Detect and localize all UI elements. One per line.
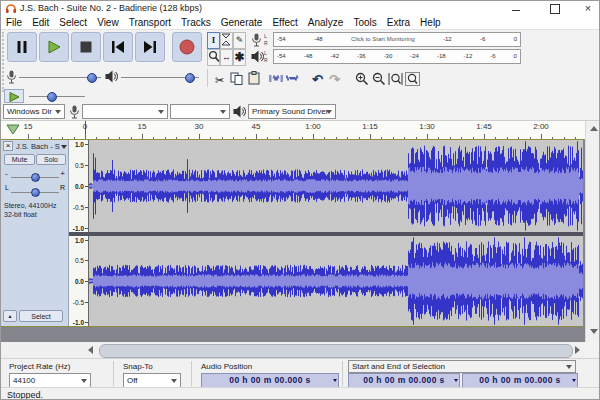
slider-thumb[interactable] bbox=[185, 73, 195, 83]
track-menu-arrow-icon[interactable] bbox=[61, 145, 67, 149]
multi-tool-button[interactable]: ✱ bbox=[233, 49, 246, 66]
vruler-label: -0.5 bbox=[73, 299, 84, 306]
snap-to-select[interactable]: Off bbox=[123, 373, 181, 388]
menu-file[interactable]: File bbox=[1, 16, 27, 29]
scroll-down-icon[interactable] bbox=[590, 329, 598, 334]
playback-volume-slider[interactable] bbox=[121, 70, 199, 84]
vruler-label: -0.5 bbox=[73, 204, 84, 211]
ruler-minor-tick bbox=[256, 137, 257, 139]
menu-help[interactable]: Help bbox=[415, 16, 446, 29]
mute-button[interactable]: Mute bbox=[4, 154, 35, 165]
pan-slider[interactable]: L R bbox=[5, 184, 65, 197]
redo-button[interactable]: ↷ bbox=[326, 70, 343, 87]
menu-tools[interactable]: Tools bbox=[348, 16, 381, 29]
envelope-tool-button[interactable] bbox=[220, 32, 233, 49]
vruler-tick bbox=[85, 302, 88, 303]
close-icon: × bbox=[585, 2, 591, 14]
zoom-tool-button[interactable] bbox=[207, 49, 220, 66]
timeline-ruler[interactable]: 1501530451:001:151:301:452:002:15 bbox=[1, 121, 600, 140]
record-button[interactable] bbox=[172, 32, 202, 62]
ruler-minor-tick bbox=[393, 137, 394, 139]
audio-host-select[interactable]: Windows Dir bbox=[3, 104, 65, 119]
menu-transport[interactable]: Transport bbox=[124, 16, 176, 29]
scroll-right-icon[interactable] bbox=[575, 346, 580, 354]
play-speed-slider[interactable] bbox=[29, 89, 85, 103]
ruler-minor-tick bbox=[564, 137, 565, 139]
recording-volume-slider[interactable] bbox=[19, 70, 101, 84]
vertical-scale-left-channel[interactable]: 1.00.50.0-0.5-1.0 bbox=[69, 140, 89, 232]
ruler-minor-tick bbox=[347, 137, 348, 139]
slider-thumb[interactable] bbox=[31, 188, 40, 197]
title-bar[interactable]: J.S. Bach - Suite No. 2 - Badinerie (128… bbox=[1, 1, 600, 16]
solo-button[interactable]: Solo bbox=[36, 154, 66, 165]
draw-tool-button[interactable]: ✎ bbox=[233, 32, 246, 49]
playback-meter[interactable]: -54-48 -42-36 -30-24 -18-12 -60 bbox=[273, 49, 521, 64]
fit-selection-button[interactable] bbox=[387, 70, 404, 87]
track-title[interactable]: J.S. Bach - S bbox=[16, 142, 60, 151]
menu-analyze[interactable]: Analyze bbox=[303, 16, 349, 29]
project-rate-select[interactable]: 44100 bbox=[9, 373, 91, 388]
scrollbar-thumb[interactable] bbox=[99, 344, 573, 358]
ruler-minor-tick bbox=[267, 137, 268, 139]
waveform-right-channel[interactable] bbox=[89, 236, 583, 326]
slider-thumb[interactable] bbox=[87, 73, 97, 83]
ruler-label: 15 bbox=[138, 122, 147, 131]
skip-to-end-button[interactable] bbox=[135, 32, 165, 62]
play-at-speed-button[interactable] bbox=[4, 89, 24, 103]
play-button[interactable] bbox=[39, 32, 69, 62]
horizontal-scrollbar[interactable] bbox=[1, 342, 585, 358]
playback-device-select[interactable]: Primary Sound Driver bbox=[248, 104, 336, 119]
vertical-scale-right-channel[interactable]: 1.00.50.0-0.5-1.0 bbox=[69, 236, 89, 326]
paste-button[interactable] bbox=[245, 70, 262, 87]
slider-thumb[interactable] bbox=[31, 173, 40, 182]
selection-mode-select[interactable]: Start and End of Selection bbox=[348, 360, 576, 373]
maximize-button[interactable] bbox=[539, 1, 569, 16]
track-area[interactable]: × J.S. Bach - S Mute Solo - + L R Stere bbox=[1, 140, 585, 342]
minimize-icon bbox=[512, 10, 520, 11]
pinned-play-head-icon[interactable] bbox=[6, 124, 20, 136]
timeshift-tool-button[interactable]: ↔ bbox=[220, 49, 233, 66]
copy-button[interactable] bbox=[228, 70, 245, 87]
monitoring-hint[interactable]: Click to Start Monitoring bbox=[351, 36, 415, 42]
selection-tool-button[interactable]: I bbox=[207, 32, 220, 49]
waveform-left-channel[interactable] bbox=[89, 140, 583, 232]
track-close-button[interactable]: × bbox=[3, 141, 13, 151]
menu-edit[interactable]: Edit bbox=[27, 16, 54, 29]
scroll-left-icon[interactable] bbox=[88, 346, 93, 354]
fit-project-button[interactable] bbox=[404, 70, 421, 87]
ruler-label: 1:15 bbox=[362, 122, 378, 131]
silence-audio-button[interactable] bbox=[284, 70, 301, 87]
cut-button[interactable]: ✂ bbox=[211, 70, 228, 87]
recording-channels-select[interactable] bbox=[170, 104, 230, 119]
gain-slider[interactable]: - + bbox=[5, 169, 65, 182]
slider-thumb[interactable] bbox=[47, 92, 57, 102]
pan-left-label: L bbox=[5, 184, 9, 191]
ruler-label: 2:00 bbox=[533, 122, 549, 131]
playback-volume-speaker-icon bbox=[105, 70, 118, 83]
recording-meter[interactable]: -54 -48 Click to Start Monitoring -12 -6… bbox=[273, 32, 521, 47]
menu-generate[interactable]: Generate bbox=[216, 16, 268, 29]
menu-effect[interactable]: Effect bbox=[267, 16, 302, 29]
zoom-out-button[interactable] bbox=[370, 70, 387, 87]
scroll-up-icon[interactable] bbox=[590, 126, 598, 131]
ruler-minor-tick bbox=[416, 137, 417, 139]
minimize-button[interactable] bbox=[501, 1, 531, 16]
trim-audio-button[interactable] bbox=[267, 70, 284, 87]
close-button[interactable]: × bbox=[573, 1, 600, 16]
collapse-track-button[interactable]: ▲ bbox=[3, 310, 17, 322]
menu-select[interactable]: Select bbox=[54, 16, 92, 29]
menu-view[interactable]: View bbox=[92, 16, 124, 29]
undo-button[interactable]: ↶ bbox=[309, 70, 326, 87]
menu-extra[interactable]: Extra bbox=[382, 16, 415, 29]
stop-button[interactable] bbox=[71, 32, 101, 62]
select-track-button[interactable]: Select bbox=[19, 310, 63, 322]
ruler-minor-tick bbox=[495, 137, 496, 139]
skip-to-start-button[interactable] bbox=[103, 32, 133, 62]
vertical-scrollbar[interactable] bbox=[585, 121, 600, 342]
copy-icon bbox=[230, 72, 243, 85]
zoom-in-button[interactable] bbox=[353, 70, 370, 87]
menu-tracks[interactable]: Tracks bbox=[176, 16, 216, 29]
recording-device-select[interactable] bbox=[82, 104, 168, 119]
pause-button[interactable] bbox=[7, 32, 37, 62]
zoom-selection-icon bbox=[388, 72, 403, 86]
